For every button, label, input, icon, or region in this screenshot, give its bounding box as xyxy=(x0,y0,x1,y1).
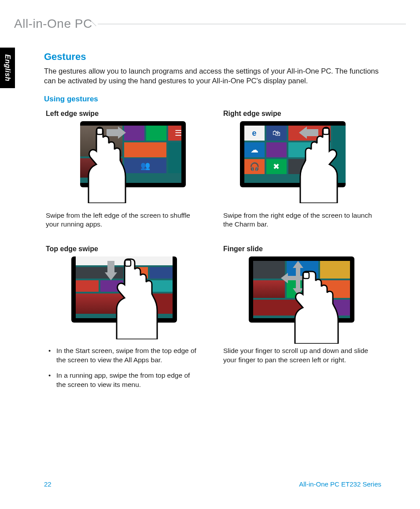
svg-marker-2 xyxy=(299,126,318,139)
main-content: Gestures The gestures allow you to launc… xyxy=(44,51,381,396)
tile-xbox-icon: ✖ xyxy=(273,162,280,171)
gesture-figure: e 🛍 ☁ 🎧 ✖ xyxy=(240,121,363,203)
gesture-finger-slide: Finger slide xyxy=(221,245,381,396)
section-intro: The gestures allow you to launch program… xyxy=(44,66,381,86)
slide-arrows-icon xyxy=(280,261,317,298)
swipe-down-arrow-icon xyxy=(105,261,117,280)
page-number: 22 xyxy=(44,480,52,488)
section-title: Gestures xyxy=(44,51,381,63)
tile-cloud-icon: ☁ xyxy=(251,145,258,155)
gesture-figure xyxy=(63,256,186,338)
gesture-top-edge: Top edge swipe xyxy=(44,245,204,396)
gesture-title: Top edge swipe xyxy=(44,245,204,253)
gesture-description: In the Start screen, swipe from the top … xyxy=(44,346,204,396)
tile-people-icon: 👥 xyxy=(140,161,150,171)
svg-marker-6 xyxy=(281,261,315,295)
subsection-title: Using gestures xyxy=(44,95,381,104)
gesture-figure xyxy=(240,256,363,338)
page-footer: 22 All-in-One PC ET232 Series xyxy=(44,480,381,488)
language-label: English xyxy=(4,54,11,81)
svg-marker-4 xyxy=(105,261,117,280)
language-tab: English xyxy=(0,48,15,88)
gesture-description: Swipe from the left edge of the screen t… xyxy=(44,211,204,230)
gesture-title: Finger slide xyxy=(221,245,381,253)
header-rule xyxy=(98,24,406,24)
gesture-title: Left edge swipe xyxy=(44,110,204,118)
product-title: All-in-One PC xyxy=(14,17,96,31)
swipe-left-arrow-icon xyxy=(299,126,318,139)
page-header: All-in-One PC xyxy=(14,17,406,31)
svg-marker-0 xyxy=(107,126,126,139)
gesture-title: Right edge swipe xyxy=(221,110,381,118)
gesture-grid: Left edge swipe ☰ 👥 xyxy=(44,110,381,396)
gesture-description: Swipe from the right edge of the screen … xyxy=(221,211,381,230)
tile-ie-icon: e xyxy=(252,128,256,137)
gesture-right-edge: Right edge swipe e 🛍 ☁ 🎧 ✖ xyxy=(221,110,381,230)
gesture-figure: ☰ 👥 xyxy=(63,121,186,203)
gesture-bullet: In the Start screen, swipe from the top … xyxy=(48,346,199,365)
series-label: All-in-One PC ET232 Series xyxy=(299,480,381,488)
swipe-right-arrow-icon xyxy=(107,126,126,139)
gesture-bullet: In a running app, swipe the from top edg… xyxy=(48,371,199,390)
tile-store-icon: 🛍 xyxy=(273,128,280,137)
gesture-left-edge: Left edge swipe ☰ 👥 xyxy=(44,110,204,230)
gesture-description: Slide your finger to scroll up and down … xyxy=(221,346,381,365)
tile-app-icon: ☰ xyxy=(175,128,181,138)
tile-music-icon: 🎧 xyxy=(250,162,259,171)
